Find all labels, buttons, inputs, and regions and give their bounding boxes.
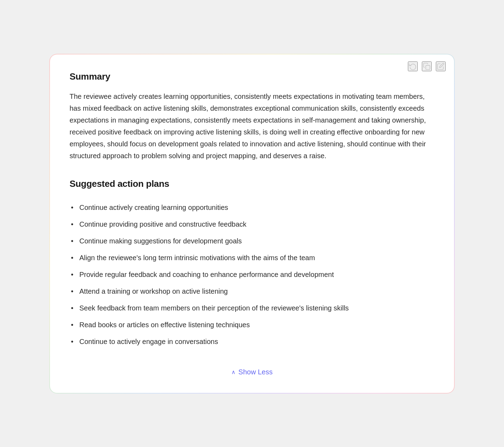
card: Summary The reviewee actively creates le… [50, 54, 454, 393]
action-plans-title: Suggested action plans [70, 178, 434, 189]
svg-rect-0 [426, 65, 430, 69]
list-item: Attend a training or workshop on active … [70, 283, 434, 300]
show-less-label: Show Less [238, 368, 273, 376]
list-item: Seek feedback from team members on their… [70, 300, 434, 316]
refresh-icon [409, 63, 417, 70]
list-item: Provide regular feedback and coaching to… [70, 266, 434, 283]
copy-icon [423, 63, 431, 70]
card-wrapper: Summary The reviewee actively creates le… [49, 54, 455, 394]
show-less-button[interactable]: ∧ Show Less [226, 365, 278, 379]
edit-button[interactable] [436, 61, 446, 71]
refresh-button[interactable] [408, 61, 418, 71]
list-item: Continue providing positive and construc… [70, 216, 434, 233]
edit-icon [437, 63, 445, 70]
list-item: Continue to actively engage in conversat… [70, 333, 434, 350]
summary-text: The reviewee actively creates learning o… [70, 90, 434, 162]
list-item: Continue actively creating learning oppo… [70, 199, 434, 216]
chevron-up-icon: ∧ [231, 369, 236, 375]
list-item: Continue making suggestions for developm… [70, 233, 434, 249]
list-item: Align the reviewee's long term intrinsic… [70, 249, 434, 266]
show-less-container: ∧ Show Less [70, 362, 434, 379]
copy-button[interactable] [422, 61, 432, 71]
summary-title: Summary [70, 71, 434, 82]
action-plans-list: Continue actively creating learning oppo… [70, 199, 434, 350]
toolbar [408, 61, 446, 71]
list-item: Read books or articles on effective list… [70, 316, 434, 333]
